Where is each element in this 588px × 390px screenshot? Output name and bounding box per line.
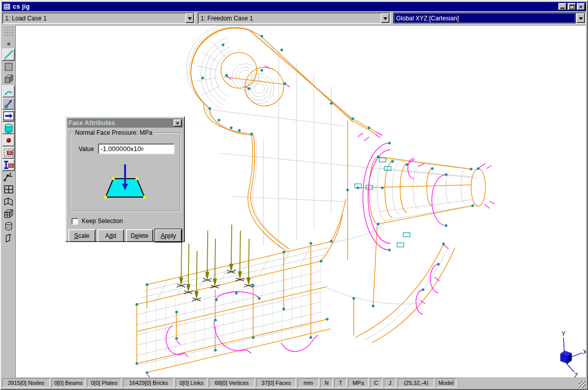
- select-marquee-icon: [3, 147, 14, 158]
- link-tool[interactable]: [2, 85, 15, 98]
- coordinate-system-combo[interactable]: Global XYZ:[Cartesian]: [393, 12, 586, 24]
- beam-section-tool[interactable]: [2, 159, 15, 171]
- dialog-close-button[interactable]: ×: [174, 119, 182, 127]
- status-length-unit: mm: [298, 378, 319, 387]
- case-toolbar: 1: Load Case 1 1: Freedom Case 1 Global …: [2, 12, 586, 24]
- status-temp-unit: C: [370, 378, 382, 387]
- node-icon: [6, 41, 12, 47]
- dialog-title: Face Attributes: [68, 119, 173, 127]
- status-bar: 3915[0] Nodes 0[0] Beams 0[0] Plates 164…: [2, 378, 586, 388]
- folded-plate-icon: [3, 196, 14, 207]
- vertex-tool[interactable]: [2, 98, 15, 110]
- status-vertices: 68[0] Vertices: [209, 378, 255, 387]
- tool-palette: [2, 25, 15, 377]
- load-case-value: 1: Load Case 1: [3, 13, 185, 23]
- pressure-value-input[interactable]: -1.000000x100: [98, 143, 175, 154]
- add-button[interactable]: Add: [97, 229, 125, 242]
- app-window: cs jig × 1: Load Case 1 1: Freedom Case …: [0, 0, 588, 390]
- status-faces: 37[0] Faces: [256, 378, 296, 387]
- status-force-unit: N: [321, 378, 333, 387]
- freedom-case-value: 1: Freedom Case 1: [198, 13, 380, 23]
- freedom-case-dropdown-button[interactable]: [381, 13, 389, 23]
- freedom-case-combo[interactable]: 1: Freedom Case 1: [198, 12, 390, 24]
- maximize-icon: [570, 5, 574, 9]
- status-bricks: 16429[0] Bricks: [123, 378, 174, 387]
- node-tool[interactable]: [2, 39, 15, 48]
- face-arrow-tool[interactable]: [2, 110, 15, 122]
- close-button[interactable]: ×: [577, 3, 585, 10]
- quad-mesh-icon: [3, 184, 14, 195]
- bent-beam-icon: [3, 172, 14, 183]
- beam-section-icon: [3, 159, 14, 170]
- grid-points-icon: [4, 26, 14, 36]
- folded-plate-tool[interactable]: [2, 196, 15, 208]
- chevron-down-icon: [188, 17, 192, 22]
- face-arrow-icon: [3, 110, 14, 121]
- value-label: Value: [79, 145, 94, 153]
- quad-mesh-tool[interactable]: [2, 183, 15, 196]
- solid-cylinder-icon: [3, 123, 14, 134]
- axis-y-label: Y: [561, 330, 566, 337]
- maximize-button[interactable]: [568, 3, 576, 10]
- app-grid-icon: [3, 3, 11, 11]
- vertex-icon: [3, 98, 14, 109]
- coordinate-system-value: Global XYZ:[Cartesian]: [394, 13, 576, 23]
- resize-grip-icon[interactable]: [579, 381, 586, 388]
- keep-selection-label: Keep Selection: [82, 217, 123, 225]
- titlebar[interactable]: cs jig ×: [2, 2, 586, 11]
- pressure-group-label: Normal Face Pressure: MPa: [74, 129, 154, 136]
- pressure-value: -1.000000x10: [101, 145, 141, 153]
- beam-icon: [3, 49, 14, 60]
- status-nodes: 3915[0] Nodes: [2, 378, 50, 387]
- load-case-dropdown-button[interactable]: [185, 13, 194, 23]
- status-plates: 0[0] Plates: [87, 378, 121, 387]
- minimize-button[interactable]: [558, 3, 567, 10]
- status-links: 0[0] Links: [176, 378, 207, 387]
- brick-tool[interactable]: [2, 73, 15, 85]
- axis-triad: X Y Z: [560, 330, 586, 377]
- close-icon: ×: [176, 120, 179, 126]
- grid-points-tool[interactable]: [2, 25, 15, 37]
- plate-icon: [3, 61, 14, 72]
- axis-x-label: X: [583, 349, 586, 356]
- keep-selection-checkbox[interactable]: [71, 218, 78, 225]
- status-beams: 0[0] Beams: [52, 378, 85, 387]
- status-mass-unit: T: [334, 378, 347, 387]
- delete-button[interactable]: Delete: [126, 229, 153, 242]
- link-icon: [3, 86, 14, 97]
- bent-beam-tool[interactable]: [2, 171, 15, 183]
- dialog-titlebar[interactable]: Face Attributes ×: [67, 118, 183, 128]
- status-energy-unit: J: [384, 378, 396, 387]
- solid-tool[interactable]: [2, 122, 15, 134]
- select-marquee-tool[interactable]: [2, 147, 15, 159]
- axis-z-label: Z: [574, 372, 578, 377]
- cylinder-wire-icon: [3, 221, 14, 232]
- window-title: cs jig: [13, 3, 557, 10]
- face-attributes-dialog[interactable]: Face Attributes × Normal Face Pressure: …: [65, 116, 185, 242]
- chevron-down-icon: [383, 17, 387, 22]
- point-mass-icon: [3, 135, 14, 146]
- status-coordinates: (25,32,-4): [398, 378, 434, 387]
- plate-tool[interactable]: [2, 61, 15, 73]
- hex-mesh-icon: [3, 208, 14, 220]
- status-mode: Model: [436, 378, 456, 387]
- hex-mesh-tool[interactable]: [2, 208, 15, 220]
- point-mass-tool[interactable]: [2, 134, 15, 147]
- pressure-direction-icon: [89, 158, 161, 202]
- minimize-icon: [560, 8, 565, 9]
- status-stress-unit: MPa: [348, 378, 369, 387]
- load-case-combo[interactable]: 1: Load Case 1: [2, 12, 195, 24]
- plate-wire-icon: [3, 233, 14, 244]
- close-icon: ×: [579, 4, 582, 10]
- beam-tool[interactable]: [2, 48, 15, 61]
- plate-wire-tool[interactable]: [2, 232, 15, 245]
- chevron-down-icon: [579, 17, 583, 22]
- apply-button[interactable]: Apply: [155, 229, 182, 242]
- pressure-groupbox: Normal Face Pressure: MPa Value -1.00000…: [70, 133, 180, 211]
- coordinate-system-dropdown-button[interactable]: [576, 13, 585, 23]
- scale-button[interactable]: Scale: [68, 229, 95, 242]
- brick-icon: [3, 74, 14, 85]
- cylinder-wire-tool[interactable]: [2, 220, 15, 232]
